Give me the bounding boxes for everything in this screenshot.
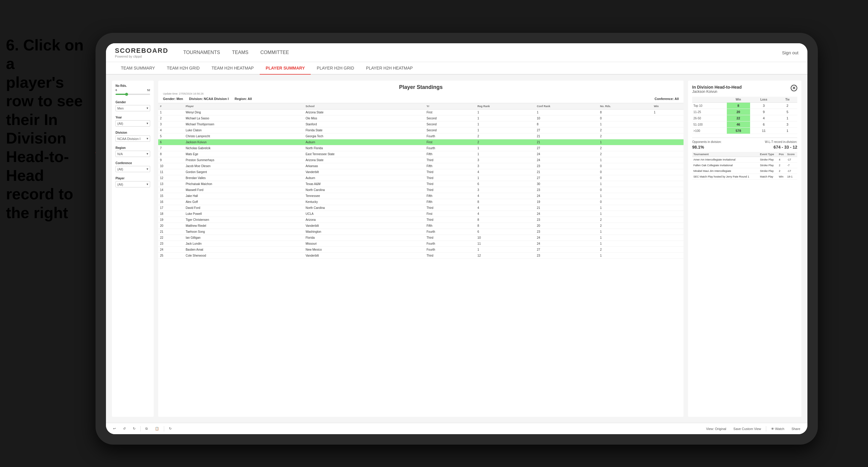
tournament-table: Tournament Event Type Pos Score Amer Am … [692,152,797,180]
year-label: Year [116,116,150,119]
sep2 [164,426,164,432]
table-row[interactable]: 25 Cole Sherwood Vanderbilt Third 12 23 … [158,253,684,259]
table-row[interactable]: 16 Alex Goff Kentucky Fifth 8 19 0 [158,199,684,205]
instruction-text: 6. Click on a player's row to see their … [0,30,93,228]
t-col-pos: Pos [778,152,786,157]
view-original-button[interactable]: View: Original [704,426,728,432]
t-col-score: Score [786,152,797,157]
top-nav: SCOREBOARD Powered by clippd TOURNAMENTS… [106,43,807,62]
table-row[interactable]: 2 Michael La Sasso Ole Miss Second 1 10 … [158,116,684,121]
table-row[interactable]: 20 Matthew Riedel Vanderbilt Fifth 8 20 … [158,223,684,229]
logo: SCOREBOARD Powered by clippd [115,47,168,58]
standings-title: Player Standings [163,84,679,90]
col-win: Win [652,103,684,110]
tournament-header-row: Tournament Event Type Pos Score [692,152,797,157]
table-row[interactable]: 22 Ian Gilligan Florida Third 10 24 1 [158,235,684,241]
col-conf-rank: Conf Rank [535,103,598,110]
player-table: # Player School Yr Reg Rank Conf Rank No… [158,103,684,259]
table-row[interactable]: 21 Taehoon Song Washington Fourth 6 23 1 [158,229,684,235]
close-button[interactable]: ✕ [791,85,797,91]
copy-button[interactable]: ⧉ [143,426,150,432]
h2h-table: Win Loss Tie Top 10 8 3 2 11-25 20 9 5 2… [692,97,797,134]
paste-button[interactable]: 📋 [153,426,161,432]
table-row[interactable]: 7 Nicholas Gabrelcik North Florida Fourt… [158,145,684,151]
share-button[interactable]: Share [789,426,803,432]
filters-panel: No Rds. 6 52 Gender [112,81,154,417]
t-col-type: Event Type [759,152,778,157]
table-row[interactable]: 14 Maxwell Ford North Carolina Third 3 2… [158,187,684,193]
table-header-row: # Player School Yr Reg Rank Conf Rank No… [158,103,684,110]
h2h-player: Jackson Koivun [692,90,742,94]
redo-button[interactable]: ↺ [121,426,128,432]
col-no-rds: No. Rds. [598,103,652,110]
col-school: School [304,103,425,110]
tournament-row: Amer Am Intercollegiate Invitational Str… [692,157,797,163]
sep1 [140,426,141,432]
table-row[interactable]: 19 Tiger Christensen Arizona Third 8 23 … [158,217,684,223]
undo-button[interactable]: ↩ [111,426,118,432]
table-row[interactable]: 1 Wenyi Ding Arizona State First 1 1 8 1 [158,110,684,116]
table-row[interactable]: 4 Luke Claton Florida State Second 1 27 … [158,127,684,133]
table-row[interactable]: 17 David Ford North Carolina Third 4 21 … [158,205,684,211]
tablet-bezel: SCOREBOARD Powered by clippd TOURNAMENTS… [95,33,818,445]
nav-committee[interactable]: COMMITTEE [260,48,289,57]
h2h-row: 26-50 22 4 1 [692,115,797,121]
h2h-header-row: Win Loss Tie [692,97,797,103]
main-content: No Rds. 6 52 Gender [106,74,807,423]
tournament-row: Mirabel Maui Jim Intercollegiate Stroke … [692,168,797,174]
col-num: # [158,103,184,110]
sign-out-link[interactable]: Sign out [782,50,799,55]
table-row[interactable]: 9 Preston Summerhays Arizona State Third… [158,157,684,163]
table-row[interactable]: 10 Jacob Moe Olesen Arkansas Fifth 3 23 … [158,163,684,169]
table-row[interactable]: 23 Jack Lundin Missouri Fourth 11 24 1 [158,241,684,247]
table-row[interactable]: 12 Brendan Valles Auburn Third 1 27 0 [158,175,684,181]
year-filter: Year (All) ▾ [116,116,150,127]
h2h-row: Top 10 8 3 2 [692,103,797,109]
nav-teams[interactable]: TEAMS [232,48,248,57]
subnav-player-h2h-grid[interactable]: PLAYER H2H GRID [311,62,360,74]
col-win: Win [727,97,750,103]
player-select[interactable]: (All) ▾ [116,181,150,187]
no-rds-label: No Rds. [116,84,150,87]
h2h-row: >100 578 11 1 [692,128,797,134]
gender-select[interactable]: Men ▾ [116,105,150,111]
watch-button[interactable]: 👁 Watch [769,426,787,432]
table-row[interactable]: 13 Phichaisak Maichon Texas A&M Third 6 … [158,181,684,187]
no-rds-filter: No Rds. 6 52 [116,84,150,96]
record-value: 674 - 33 - 12 [774,145,797,150]
table-row[interactable]: 8 Mats Ege East Tennessee State Fifth 1 … [158,151,684,157]
slider-bar[interactable] [116,94,150,95]
table-row[interactable]: 24 Bastien Amat New Mexico Fourth 1 27 2 [158,247,684,253]
table-row[interactable]: 5 Christo Lamprecht Georgia Tech Fourth … [158,133,684,139]
tournament-tbody: Amer Am Intercollegiate Invitational Str… [692,157,797,180]
slider-fill [116,94,126,95]
conference-select[interactable]: (All) ▾ [116,166,150,172]
subnav-player-summary[interactable]: PLAYER SUMMARY [260,62,311,74]
year-select[interactable]: (All) ▾ [116,120,150,127]
division-select[interactable]: NCAA Division I ▾ [116,135,150,142]
table-row[interactable]: 6 Jackson Koivun Auburn First 2 21 1 [158,139,684,145]
region-select[interactable]: N/A ▾ [116,151,150,157]
redo2-button[interactable]: ↻ [130,426,138,432]
table-row[interactable]: 11 Gordon Sargent Vanderbilt Third 4 21 … [158,169,684,175]
subnav-team-h2h-grid[interactable]: TEAM H2H GRID [161,62,206,74]
standings-header: Player Standings Update time: 27/05/2024… [158,81,684,103]
subnav-team-h2h-heatmap[interactable]: TEAM H2H HEATMAP [206,62,260,74]
player-filter: Player (All) ▾ [116,177,150,187]
col-yr: Yr [425,103,476,110]
region-filter: Region N/A ▾ [116,146,150,157]
no-rds-slider: 6 52 [116,89,150,96]
refresh-button[interactable]: ↻ [166,426,174,432]
sub-nav: TEAM SUMMARY TEAM H2H GRID TEAM H2H HEAT… [106,62,807,74]
nav-tournaments[interactable]: TOURNAMENTS [183,48,220,57]
subnav-team-summary[interactable]: TEAM SUMMARY [115,62,161,74]
subnav-player-h2h-heatmap[interactable]: PLAYER H2H HEATMAP [360,62,419,74]
h2h-row: 11-25 20 9 5 [692,109,797,115]
no-rds-min: 6 [116,89,117,92]
opponents-value: 98.1% [692,145,704,150]
table-row[interactable]: 15 Jake Hall Tennessee Fifth 4 24 1 [158,193,684,199]
table-row[interactable]: 3 Michael Thorbjornsen Stanford Second 1… [158,121,684,127]
record-label: W-L-T record in-division: [765,140,797,144]
save-custom-button[interactable]: Save Custom View [731,426,764,432]
table-row[interactable]: 18 Luke Powell UCLA First 4 24 1 [158,211,684,217]
